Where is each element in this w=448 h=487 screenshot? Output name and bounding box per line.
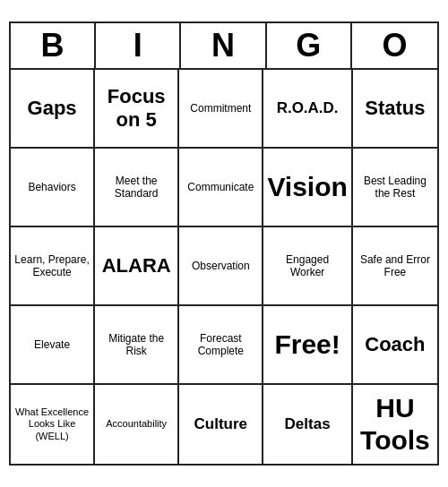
cell-18[interactable]: Free! (263, 306, 352, 385)
header-g: G (267, 23, 352, 68)
cell-19[interactable]: Coach (353, 306, 437, 385)
cell-14[interactable]: Safe and Error Free (353, 227, 437, 306)
header-b: B (11, 23, 96, 68)
cell-15[interactable]: Elevate (11, 306, 95, 385)
cell-0[interactable]: Gaps (11, 70, 95, 149)
bingo-grid: Gaps Focus on 5 Commitment R.O.A.D. Stat… (11, 70, 437, 464)
cell-24[interactable]: HU Tools (353, 385, 437, 464)
cell-1[interactable]: Focus on 5 (95, 70, 179, 149)
cell-11[interactable]: ALARA (95, 227, 179, 306)
bingo-card: B I N G O Gaps Focus on 5 Commitment R.O… (9, 21, 439, 466)
cell-8[interactable]: Vision (263, 149, 352, 227)
cell-22[interactable]: Culture (179, 385, 263, 464)
cell-5[interactable]: Behaviors (11, 149, 95, 227)
cell-2[interactable]: Commitment (179, 70, 263, 149)
cell-12[interactable]: Observation (179, 227, 263, 306)
cell-13[interactable]: Engaged Worker (263, 227, 352, 306)
cell-10[interactable]: Learn, Prepare, Execute (11, 227, 95, 306)
bingo-header: B I N G O (11, 23, 437, 70)
header-n: N (181, 23, 266, 68)
cell-3[interactable]: R.O.A.D. (263, 70, 352, 149)
header-i: I (96, 23, 181, 68)
cell-16[interactable]: Mitigate the Risk (95, 306, 179, 385)
header-o: O (352, 23, 437, 68)
cell-21[interactable]: Accountability (95, 385, 179, 464)
cell-6[interactable]: Meet the Standard (95, 149, 179, 227)
cell-20[interactable]: What Excellence Looks Like (WELL) (11, 385, 95, 464)
cell-9[interactable]: Best Leading the Rest (353, 149, 437, 227)
cell-17[interactable]: Forecast Complete (179, 306, 263, 385)
cell-7[interactable]: Communicate (179, 149, 263, 227)
cell-23[interactable]: Deltas (263, 385, 352, 464)
cell-4[interactable]: Status (353, 70, 437, 149)
